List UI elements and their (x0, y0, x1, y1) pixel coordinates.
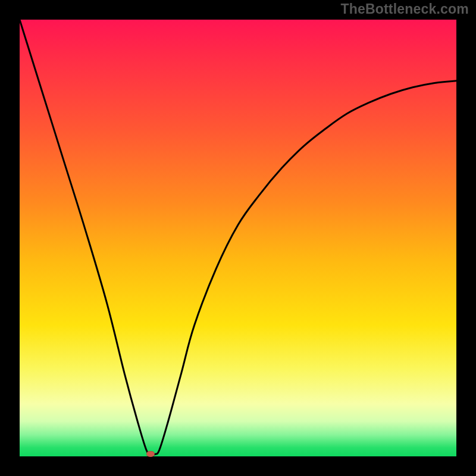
watermark-label: TheBottleneck.com (340, 1, 469, 17)
chart-frame: TheBottleneck.com (0, 0, 476, 476)
bottleneck-curve (20, 20, 456, 455)
plot-area (20, 20, 456, 456)
curve-svg (20, 20, 456, 456)
